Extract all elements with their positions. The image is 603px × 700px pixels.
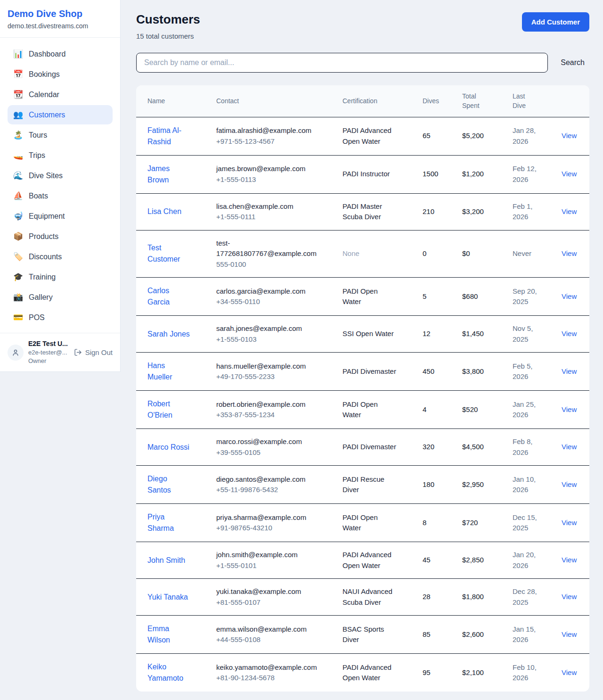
sidebar-item-dashboard[interactable]: 📊 Dashboard [8, 44, 113, 64]
customer-email: lisa.chen@example.com [216, 201, 316, 212]
sidebar-item-tours[interactable]: 🏝️ Tours [8, 125, 113, 145]
view-customer-link[interactable]: View [562, 249, 577, 257]
col-header-certification: Certification [337, 85, 417, 117]
sidebar-item-equipment[interactable]: 🤿 Equipment [8, 206, 113, 226]
sidebar-item-training[interactable]: 🎓 Training [8, 267, 113, 287]
customer-name-link[interactable]: Marco Rossi [147, 443, 189, 451]
customer-phone: +1-555-0103 [216, 334, 316, 345]
sidebar-item-trips[interactable]: 🚤 Trips [8, 146, 113, 165]
customer-dives-cell: 5 [417, 278, 456, 316]
sidebar: Demo Dive Shop demo.test.divestreams.com… [0, 0, 121, 372]
customer-email: robert.obrien@example.com [216, 399, 316, 410]
view-customer-link[interactable]: View [562, 170, 577, 178]
customer-name-link[interactable]: Sarah Jones [147, 330, 190, 338]
sidebar-item-pos[interactable]: 💳 POS [8, 308, 113, 327]
customer-last-dive-cell: Dec 28, 2025 [507, 579, 553, 616]
view-customer-link[interactable]: View [562, 556, 577, 564]
customers-table-card: Name Contact Certification Dives Total S… [136, 85, 589, 692]
view-customer-link[interactable]: View [562, 132, 577, 140]
sidebar-nav: 📊 Dashboard 📅 Bookings 📆 Calendar 👥 Cust… [0, 38, 120, 333]
customer-name-link[interactable]: Priya Sharma [147, 513, 174, 532]
col-header-last-dive: Last Dive [507, 85, 553, 117]
customer-dives-cell: 0 [417, 230, 456, 278]
customer-last-dive-cell: Never [507, 230, 553, 278]
search-input[interactable] [136, 53, 548, 73]
customer-name-link[interactable]: Carlos Garcia [147, 287, 170, 306]
customer-last-dive-cell: Jan 10, 2026 [507, 466, 553, 504]
customer-name-cell: Yuki Tanaka [136, 579, 211, 616]
add-customer-button[interactable]: Add Customer [522, 12, 589, 32]
view-customer-link[interactable]: View [562, 668, 577, 676]
sign-out-button[interactable]: Sign Out [74, 348, 113, 356]
customer-name-link[interactable]: Diego Santos [147, 475, 171, 494]
customer-phone: +91-98765-43210 [216, 523, 316, 534]
table-row: Hans Mueller hans.mueller@example.com +4… [136, 353, 589, 391]
table-row: Lisa Chen lisa.chen@example.com +1-555-0… [136, 193, 589, 230]
sidebar-item-dive-sites[interactable]: 🌊 Dive Sites [8, 166, 113, 185]
customer-name-link[interactable]: Hans Mueller [147, 362, 172, 381]
sidebar-item-calendar[interactable]: 📆 Calendar [8, 85, 113, 104]
sidebar-item-discounts[interactable]: 🏷️ Discounts [8, 247, 113, 266]
customer-name-cell: Carlos Garcia [136, 278, 211, 316]
view-customer-link[interactable]: View [562, 630, 577, 638]
view-customer-link[interactable]: View [562, 480, 577, 488]
customer-dives-cell: 12 [417, 316, 456, 353]
table-row: John Smith john.smith@example.com +1-555… [136, 542, 589, 579]
camera-icon: 📸 [13, 292, 23, 302]
customer-last-dive-cell: Feb 10, 2026 [507, 654, 553, 692]
customer-certification-cell: PADI Open Water [337, 278, 417, 316]
sidebar-item-customers[interactable]: 👥 Customers [8, 105, 113, 124]
view-customer-link[interactable]: View [562, 329, 577, 338]
customer-total-spent-cell: $1,800 [456, 579, 507, 616]
people-icon: 👥 [13, 110, 23, 120]
customer-name-cell: Hans Mueller [136, 353, 211, 391]
search-button[interactable]: Search [561, 58, 585, 67]
sidebar-item-gallery[interactable]: 📸 Gallery [8, 288, 113, 307]
table-row: Fatima Al-Rashid fatima.alrashid@example… [136, 117, 589, 155]
customer-phone: +49-170-555-2233 [216, 371, 316, 382]
customer-name-link[interactable]: Robert O'Brien [147, 400, 172, 419]
table-header: Name Contact Certification Dives Total S… [136, 85, 589, 117]
customer-certification-cell: PADI Instructor [337, 155, 417, 193]
customer-certification-cell: BSAC Sports Diver [337, 616, 417, 654]
customer-name-link[interactable]: Yuki Tanaka [147, 593, 188, 601]
customer-contact-cell: diego.santos@example.com +55-11-99876-54… [211, 466, 337, 504]
customer-name-link[interactable]: Fatima Al-Rashid [147, 126, 181, 146]
customer-certification-cell: SSI Open Water [337, 316, 417, 353]
table-row: Carlos Garcia carlos.garcia@example.com … [136, 278, 589, 316]
sidebar-item-boats[interactable]: ⛵ Boats [8, 186, 113, 206]
customer-total-spent-cell: $2,850 [456, 542, 507, 579]
nav-item-label: Dashboard [29, 50, 65, 58]
customer-name-link[interactable]: Emma Wilson [147, 625, 170, 644]
view-customer-link[interactable]: View [562, 593, 577, 601]
view-customer-link[interactable]: View [562, 443, 577, 451]
view-customer-link[interactable]: View [562, 292, 577, 300]
customer-name-link[interactable]: Test Customer [147, 244, 180, 263]
sidebar-item-bookings[interactable]: 📅 Bookings [8, 65, 113, 84]
nav-item-label: Tours [29, 131, 47, 140]
view-customer-link[interactable]: View [562, 519, 577, 527]
customer-phone: +81-555-0107 [216, 597, 316, 608]
bar-chart-icon: 📊 [13, 49, 23, 59]
customer-name-cell: Priya Sharma [136, 504, 211, 542]
customer-contact-cell: sarah.jones@example.com +1-555-0103 [211, 316, 337, 353]
customer-action-cell: View [553, 117, 589, 155]
customer-name-link[interactable]: Lisa Chen [147, 207, 181, 215]
customer-action-cell: View [553, 230, 589, 278]
customer-name-link[interactable]: James Brown [147, 165, 170, 184]
customer-phone: +39-555-0105 [216, 447, 316, 458]
customer-total-spent-cell: $2,100 [456, 654, 507, 692]
customer-total-spent-cell: $1,450 [456, 316, 507, 353]
customer-name-link[interactable]: John Smith [147, 556, 185, 564]
customer-certification-cell: PADI Advanced Open Water [337, 542, 417, 579]
customer-action-cell: View [553, 579, 589, 616]
view-customer-link[interactable]: View [562, 207, 577, 215]
customer-total-spent-cell: $2,950 [456, 466, 507, 504]
sidebar-item-products[interactable]: 📦 Products [8, 227, 113, 246]
customer-name-link[interactable]: Keiko Yamamoto [147, 663, 183, 682]
customer-count: 15 total customers [136, 32, 200, 40]
view-customer-link[interactable]: View [562, 405, 577, 413]
customer-last-dive-cell: Jan 15, 2026 [507, 616, 553, 654]
view-customer-link[interactable]: View [562, 367, 577, 375]
customer-last-dive-cell: Jan 20, 2026 [507, 542, 553, 579]
